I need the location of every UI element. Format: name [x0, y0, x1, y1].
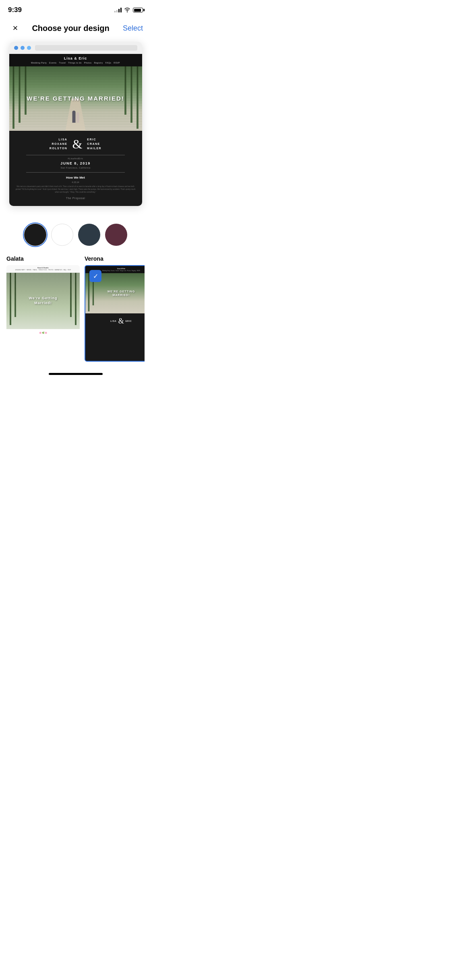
verona-thumbnail[interactable]: ✓ Lisa & Eric Wedding Party Events Trave… — [85, 265, 145, 362]
site-nav-title: Lisa & Eric — [13, 56, 138, 60]
designs-section: Galata Kate & Charlie WEDDING PARTY PAPE… — [0, 255, 151, 370]
galata-hero-text: We're GettingMarried! — [29, 296, 58, 305]
swatch-burgundy[interactable] — [105, 224, 127, 246]
galata-hero: We're GettingMarried! — [6, 273, 80, 329]
select-button[interactable]: Select — [119, 24, 143, 33]
galata-nav: Kate & Charlie WEDDING PARTY PAPERS TRAV… — [6, 265, 80, 273]
story-text: We met at a classmate's party and didn't… — [14, 185, 137, 194]
verona-hero-text: WE'RE GETTINGMARRIED! — [108, 290, 135, 297]
browser-mockup: Lisa & Eric Wedding Party Events Travel … — [9, 42, 142, 206]
galata-label: Galata — [6, 255, 80, 262]
browser-dot-3 — [27, 46, 31, 50]
galata-thumbnail[interactable]: Kate & Charlie WEDDING PARTY PAPERS TRAV… — [6, 265, 80, 362]
hero-image: WE'RE GETTING MARRIED! — [9, 66, 142, 131]
swatch-white[interactable] — [51, 224, 73, 246]
cypress-left — [11, 66, 28, 129]
design-preview-container: Lisa & Eric Wedding Party Events Travel … — [0, 42, 151, 214]
proposal-title: The Proposal — [14, 197, 137, 200]
divider-1 — [26, 155, 125, 155]
header: × Choose your design Select — [0, 18, 151, 42]
svg-point-0 — [127, 12, 128, 12]
close-button[interactable]: × — [8, 21, 23, 35]
swatch-darkblue[interactable] — [78, 224, 100, 246]
names-container: LISA ROXANE ROLSTON & ERIC CRANE MAILER — [14, 137, 137, 151]
color-swatches — [0, 214, 151, 255]
selected-checkmark: ✓ — [89, 270, 101, 282]
status-time: 9:39 — [8, 6, 22, 14]
battery-icon — [133, 8, 143, 12]
dark-section: LISA ROXANE ROLSTON & ERIC CRANE MAILER … — [9, 131, 142, 206]
browser-dot-1 — [14, 46, 18, 50]
groom-name: ERIC CRANE MAILER — [87, 137, 101, 151]
site-nav: Lisa & Eric Wedding Party Events Travel … — [9, 54, 142, 66]
signal-icon — [114, 8, 122, 12]
website-preview: Lisa & Eric Wedding Party Events Travel … — [9, 54, 142, 206]
couple-silhouette — [72, 111, 79, 123]
ampersand: & — [72, 138, 82, 150]
home-indicator — [0, 370, 151, 381]
verona-label: Verona — [85, 255, 145, 262]
hero-heading: WE'RE GETTING MARRIED! — [27, 95, 124, 103]
browser-chrome — [9, 42, 142, 54]
hero-text: WE'RE GETTING MARRIED! — [27, 95, 124, 103]
design-galata[interactable]: Galata Kate & Charlie WEDDING PARTY PAPE… — [6, 255, 80, 362]
divider-2 — [26, 172, 125, 173]
verona-ampersand: & — [118, 317, 124, 325]
page-title: Choose your design — [23, 24, 119, 33]
bride-name: LISA ROXANE ROLSTON — [50, 137, 68, 151]
wedding-date: JUNE 8, 2019 — [14, 161, 137, 165]
browser-url-bar — [35, 45, 137, 51]
design-verona[interactable]: Verona ✓ Lisa & Eric Wedding Party Event… — [85, 255, 145, 362]
browser-dot-2 — [21, 46, 25, 50]
site-nav-links: Wedding Party Events Travel Things to do… — [13, 62, 138, 64]
cypress-right — [123, 66, 140, 129]
verona-dark-section: LISA & ERIC — [85, 313, 145, 329]
wifi-icon — [124, 8, 130, 12]
galata-bottom: 🌸 🌿 🌸 — [6, 329, 80, 336]
status-icons — [114, 8, 143, 12]
swatch-black[interactable] — [24, 224, 46, 246]
story-date: 4.23.14 — [14, 181, 137, 183]
hashtag: #LisaAndEric — [14, 157, 137, 160]
story-title: How We Met — [14, 176, 137, 179]
home-bar — [49, 373, 103, 375]
wedding-location: San Francisco, California — [14, 167, 137, 169]
designs-row: Galata Kate & Charlie WEDDING PARTY PAPE… — [6, 255, 145, 362]
status-bar: 9:39 — [0, 0, 151, 18]
